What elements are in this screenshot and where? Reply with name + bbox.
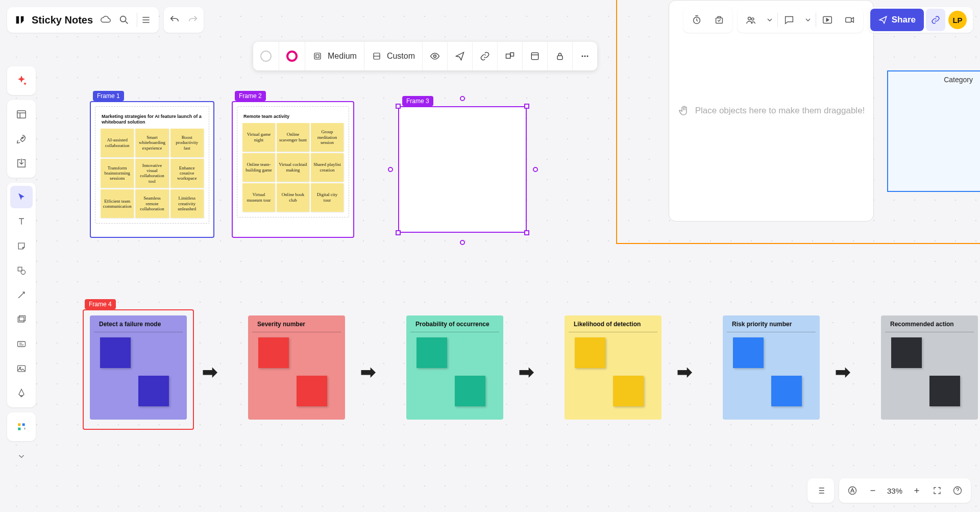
selection-handle-s[interactable] [460, 240, 465, 245]
stroke-color-picker[interactable] [279, 42, 305, 70]
menu-icon[interactable] [140, 14, 152, 26]
sticky-note[interactable]: Enhance creative workspace [170, 159, 204, 188]
more-tools-icon[interactable]: + [10, 416, 33, 438]
selection-handle-se[interactable] [524, 230, 529, 235]
process-card-1[interactable]: Severity number [248, 315, 345, 420]
rocket-icon[interactable] [10, 128, 33, 150]
shape-tool-icon[interactable] [10, 259, 33, 282]
document-title[interactable]: Sticky Notes [32, 14, 93, 26]
user-avatar[interactable]: LP [948, 11, 967, 29]
sticky-note[interactable]: Online team-building game [242, 153, 275, 182]
share-button[interactable]: Share [870, 9, 924, 31]
layout-icon[interactable] [523, 42, 548, 70]
more-icon[interactable] [573, 42, 597, 70]
frame-tag-2[interactable]: Frame 2 [235, 91, 266, 101]
process-card-3[interactable]: Likelihood of detection [565, 315, 662, 420]
drag-drop-panel[interactable]: Place objects here to make them draggabl… [669, 0, 874, 222]
sticky-tool-icon[interactable] [10, 235, 33, 257]
zoom-level[interactable]: 33% [883, 486, 906, 495]
zoom-in-icon[interactable] [906, 480, 927, 501]
ai-assist-icon[interactable] [10, 69, 33, 92]
frame-tool-icon[interactable] [10, 308, 33, 331]
search-icon[interactable] [118, 14, 130, 26]
sticky-note[interactable]: Seamless remote collaboration [135, 189, 168, 218]
select-tool-icon[interactable] [10, 186, 33, 208]
sticky-note[interactable]: Online book club [277, 183, 309, 212]
fill-color-picker[interactable] [253, 42, 279, 70]
sticky-note[interactable]: Transform brainstorming sessions [101, 159, 134, 188]
process-note[interactable] [258, 337, 289, 368]
sticky-note[interactable]: Boost productivity fast [170, 129, 204, 157]
people-icon[interactable] [740, 9, 762, 31]
sticky-note[interactable]: Online scavenger hunt [277, 123, 309, 152]
process-note[interactable] [733, 337, 764, 368]
pen-tool-icon[interactable] [10, 382, 33, 404]
process-note[interactable] [575, 337, 605, 368]
process-note[interactable] [891, 337, 922, 368]
sticky-note[interactable]: Limitless creativity unleashed [170, 189, 204, 218]
comment-icon[interactable] [778, 9, 800, 31]
sticky-note[interactable]: Efficient team communication [101, 189, 134, 218]
process-note[interactable] [455, 376, 485, 406]
process-note[interactable] [771, 376, 802, 406]
voting-icon[interactable] [708, 9, 730, 31]
card-tool-icon[interactable] [10, 333, 33, 355]
link-icon[interactable] [473, 42, 498, 70]
sticky-note[interactable]: Digital city tour [311, 183, 344, 212]
sticky-note[interactable]: Innovative visual collaboration tool [135, 159, 168, 188]
process-note[interactable] [138, 376, 169, 406]
frame-tag-4[interactable]: Frame 4 [85, 299, 116, 309]
selection-handle-nw[interactable] [396, 104, 401, 109]
frame-tag-1[interactable]: Frame 1 [93, 91, 124, 101]
frame-2[interactable]: Remote team activity Virtual game night … [232, 101, 354, 238]
zoom-out-icon[interactable] [863, 480, 883, 501]
frame-3[interactable] [398, 106, 527, 233]
category-box[interactable] [887, 70, 980, 192]
text-tool-icon[interactable] [10, 210, 33, 233]
selection-handle-w[interactable] [388, 167, 393, 172]
group-icon[interactable] [498, 42, 523, 70]
sticky-note[interactable]: Virtual cocktail making [277, 153, 309, 182]
selection-handle-e[interactable] [533, 167, 538, 172]
sticky-note[interactable]: Smart whiteboarding experience [135, 129, 168, 157]
process-note[interactable] [929, 376, 960, 406]
chevron-down-icon[interactable] [762, 9, 777, 31]
sticky-note[interactable]: Shared playlist creation [311, 153, 344, 182]
process-note[interactable] [416, 337, 447, 368]
present-icon[interactable] [816, 9, 839, 31]
sticky-note[interactable]: Virtual museum tour [242, 183, 275, 212]
stroke-weight-select[interactable]: Medium [305, 42, 364, 70]
share-link-icon[interactable] [926, 9, 945, 31]
process-note[interactable] [613, 376, 644, 406]
process-card-4[interactable]: Risk priority number [723, 315, 820, 420]
sidebar-expand-icon[interactable] [7, 446, 36, 467]
list-view-icon[interactable] [811, 480, 831, 501]
lock-icon[interactable] [548, 42, 573, 70]
cloud-sync-icon[interactable] [100, 14, 111, 26]
undo-icon[interactable] [169, 14, 180, 26]
process-card-5[interactable]: Recommended action [881, 315, 978, 420]
frame-1[interactable]: Marketing strategies for AI feature laun… [90, 101, 214, 238]
fullscreen-icon[interactable] [927, 480, 947, 501]
visibility-icon[interactable] [423, 42, 448, 70]
process-note[interactable] [297, 376, 327, 406]
size-select[interactable]: Custom [364, 42, 423, 70]
import-icon[interactable] [10, 152, 33, 175]
selection-handle-ne[interactable] [524, 104, 529, 109]
video-icon[interactable] [839, 9, 861, 31]
frame-tag-3[interactable]: Frame 3 [402, 96, 433, 106]
redo-icon[interactable] [187, 14, 199, 26]
sticky-note[interactable]: Group meditation session [311, 123, 344, 152]
chevron-down-icon[interactable] [800, 9, 816, 31]
process-card-0[interactable]: Detect a failure mode [90, 315, 187, 420]
line-tool-icon[interactable] [10, 284, 33, 306]
templates-icon[interactable] [10, 103, 33, 126]
sticky-note[interactable]: Virtual game night [242, 123, 275, 152]
canvas[interactable]: Place objects here to make them draggabl… [0, 0, 980, 512]
sticky-note[interactable]: AI-assisted collaboration [101, 129, 134, 157]
process-note[interactable] [100, 337, 131, 368]
help-icon[interactable] [947, 480, 968, 501]
process-card-2[interactable]: Probability of occurrence [406, 315, 503, 420]
selection-handle-n[interactable] [460, 96, 465, 101]
selection-handle-sw[interactable] [396, 230, 401, 235]
